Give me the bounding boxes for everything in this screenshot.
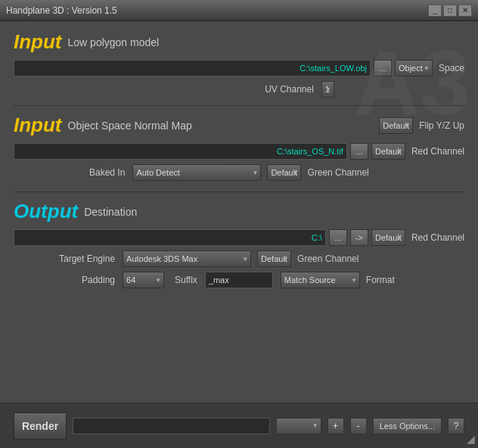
target-engine-row: Target Engine Autodesk 3DS Max Maya Unit… <box>14 250 464 267</box>
minus-button[interactable]: - <box>350 418 367 434</box>
maximize-button[interactable]: □ <box>443 5 457 17</box>
target-engine-default-wrapper: Default R G B <box>257 250 291 267</box>
minimize-button[interactable]: _ <box>428 5 442 17</box>
padding-row: Padding 16 32 64 128 Suffix Match Source… <box>14 272 464 288</box>
space-dropdown[interactable]: Object Tangent <box>395 60 433 76</box>
target-engine-label: Target Engine <box>59 254 115 264</box>
input-normal-filepath[interactable] <box>14 143 347 160</box>
baked-in-default-dropdown[interactable]: Default R G B <box>267 164 301 181</box>
output-red-channel-label: Red Channel <box>411 232 464 243</box>
divider-2 <box>14 191 464 192</box>
output-header: Output Destination <box>14 200 464 223</box>
uv-channel-select-wrapper: 1 2 3 <box>321 81 334 98</box>
baked-in-dropdown[interactable]: Auto Detect 3DS Max Maya XNormal <box>132 164 261 181</box>
format-label: Format <box>366 275 395 285</box>
render-button[interactable]: Render <box>14 412 67 440</box>
input-low-filepath-row: ... Object Tangent Space <box>14 60 464 76</box>
baked-in-label: Baked In <box>89 167 125 178</box>
target-engine-dropdown[interactable]: Autodesk 3DS Max Maya Unity Unreal <box>123 250 251 267</box>
normal-default2-select-wrapper: Default R G B <box>371 143 405 160</box>
match-source-select-wrapper: Match Source TGA PNG PSD EXR <box>281 272 360 288</box>
space-label: Space <box>439 63 464 73</box>
padding-label: Padding <box>82 275 115 285</box>
output-browse-button[interactable]: ... <box>329 229 347 246</box>
padding-select-wrapper: 16 32 64 128 <box>123 272 164 288</box>
main-content: Input Low polygon model ... Object Tange… <box>0 21 478 302</box>
input-low-filepath[interactable] <box>14 60 371 76</box>
input-normal-subtitle: Object Space Normal Map <box>68 120 192 132</box>
title-bar: Handplane 3D : Version 1.5 _ □ ✕ <box>0 0 478 21</box>
red-channel-label: Red Channel <box>411 146 464 157</box>
input-normal-browse-button[interactable]: ... <box>350 143 368 160</box>
normal-default-select-wrapper: Default R G B <box>379 117 413 134</box>
question-button[interactable]: ? <box>448 418 464 434</box>
suffix-label: Suffix <box>175 275 197 285</box>
space-select-wrapper: Object Tangent <box>395 60 433 76</box>
input-normal-header: Input Object Space Normal Map Default R … <box>14 114 464 137</box>
bottom-dropdown[interactable] <box>276 418 321 434</box>
baked-in-row: Baked In Auto Detect 3DS Max Maya XNorma… <box>14 164 464 181</box>
flip-label: Flip Y/Z Up <box>419 120 464 131</box>
target-engine-select-wrapper: Autodesk 3DS Max Maya Unity Unreal <box>123 250 251 267</box>
input-normal-keyword: Input <box>14 114 62 137</box>
plus-button[interactable]: + <box>327 418 344 434</box>
output-filepath-row: ... -> Default R G B Red Channel <box>14 229 464 246</box>
output-filepath[interactable] <box>14 229 326 246</box>
less-options-button[interactable]: Less Options... <box>373 418 442 434</box>
uv-channel-row: UV Channel 1 2 3 <box>135 81 464 98</box>
padding-dropdown[interactable]: 16 32 64 128 <box>123 272 164 288</box>
output-default-select-wrapper: Default R G B <box>371 229 405 246</box>
output-subtitle: Destination <box>84 206 137 218</box>
progress-bar <box>73 418 270 434</box>
suffix-input[interactable] <box>205 272 273 288</box>
uv-channel-dropdown[interactable]: 1 2 3 <box>321 81 334 98</box>
input-low-header: Input Low polygon model <box>14 30 464 54</box>
input-low-subtitle: Low polygon model <box>68 36 160 48</box>
target-engine-default-dropdown[interactable]: Default R G B <box>257 250 291 267</box>
window-title: Handplane 3D : Version 1.5 <box>6 5 117 16</box>
corner-arrow-icon: ◢ <box>467 433 475 445</box>
input-low-keyword: Input <box>14 30 62 54</box>
uv-channel-label: UV Channel <box>265 84 314 95</box>
divider-1 <box>14 105 464 106</box>
input-normal-filepath-row: ... Default R G B Red Channel <box>14 143 464 160</box>
output-keyword: Output <box>14 200 78 223</box>
normal-default2-dropdown[interactable]: Default R G B <box>371 143 405 160</box>
input-low-browse-button[interactable]: ... <box>374 60 392 76</box>
baked-in-select-wrapper: Auto Detect 3DS Max Maya XNormal <box>132 164 261 181</box>
close-button[interactable]: ✕ <box>458 5 472 17</box>
baked-in-default-wrapper: Default R G B <box>267 164 301 181</box>
output-arrow-button[interactable]: -> <box>350 229 368 246</box>
window-controls: _ □ ✕ <box>428 5 472 17</box>
green-channel-label: Green Channel <box>307 167 368 178</box>
output-default-dropdown[interactable]: Default R G B <box>371 229 405 246</box>
normal-default-dropdown[interactable]: Default R G B <box>379 117 413 134</box>
match-source-dropdown[interactable]: Match Source TGA PNG PSD EXR <box>281 272 360 288</box>
output-green-channel-label: Green Channel <box>297 254 358 264</box>
bottom-bar: Render + - Less Options... ? <box>0 403 478 448</box>
bottom-select-wrapper <box>276 418 321 434</box>
